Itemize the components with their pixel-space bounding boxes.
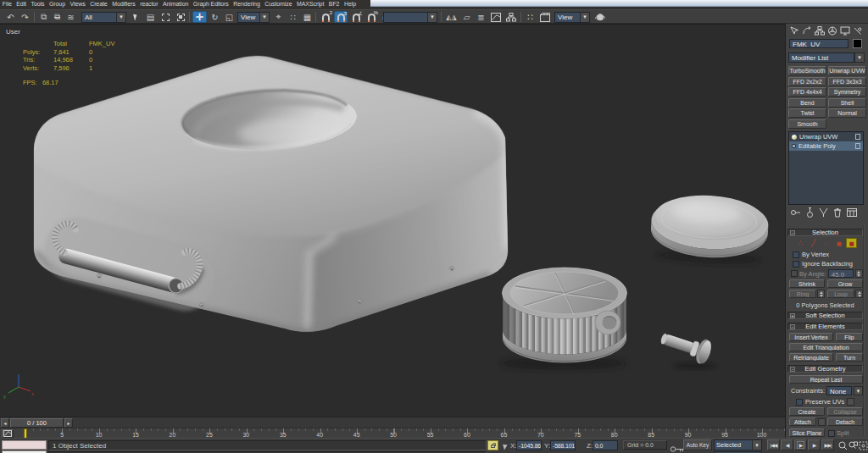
percent-snap-icon[interactable]: % bbox=[364, 11, 378, 23]
tab-utilities-icon[interactable] bbox=[852, 25, 864, 36]
select-object-icon[interactable] bbox=[130, 11, 142, 23]
modifier-list-arrow[interactable]: ▼ bbox=[854, 52, 865, 63]
edit-triangulation-button[interactable]: Edit Triangulation bbox=[789, 343, 863, 351]
flip-button[interactable]: Flip bbox=[836, 333, 863, 341]
modifier-button[interactable]: FFD 3x3x3 bbox=[828, 77, 866, 86]
border-mode-icon[interactable]: ◌ bbox=[821, 238, 832, 248]
modifier-button[interactable]: FFD 4x4x4 bbox=[788, 87, 826, 97]
rollout-edit-geometry[interactable]: -Edit Geometry bbox=[787, 365, 863, 373]
menu-item[interactable]: MAXScript bbox=[294, 0, 326, 9]
repeat-last-button[interactable]: Repeat Last bbox=[789, 375, 863, 384]
zoom-icon[interactable] bbox=[837, 440, 848, 450]
rollout-selection[interactable]: -Selection bbox=[787, 229, 863, 236]
constraints-dropdown[interactable]: None bbox=[826, 386, 852, 395]
unlink-icon[interactable]: ⧉ bbox=[51, 11, 64, 23]
collapse-button[interactable]: Collapse bbox=[827, 407, 863, 416]
rollout-edit-elements[interactable]: -Edit Elements bbox=[787, 323, 863, 330]
configure-sets-icon[interactable] bbox=[847, 207, 857, 218]
next-frame-icon[interactable]: ▶ bbox=[808, 439, 821, 450]
tab-display-icon[interactable] bbox=[839, 25, 851, 36]
select-rotate-icon[interactable]: ↻ bbox=[209, 11, 221, 23]
select-scale-icon[interactable]: ◱ bbox=[223, 11, 236, 23]
element-mode-icon[interactable]: ■ bbox=[846, 238, 857, 248]
model-pin[interactable] bbox=[658, 326, 717, 369]
remove-modifier-icon[interactable] bbox=[833, 207, 842, 218]
modifier-button[interactable]: Unwrap UVW bbox=[828, 66, 866, 75]
select-move-icon[interactable]: ✛ bbox=[192, 11, 207, 23]
detach-button[interactable]: Detach bbox=[827, 417, 863, 426]
show-end-result-icon[interactable] bbox=[806, 207, 814, 218]
angle-snap-icon[interactable]: ∠ bbox=[349, 11, 363, 23]
viewport-user[interactable]: x y User TotalFMK_UV Polys:7,6410 Tris:1… bbox=[0, 24, 785, 417]
absolute-mode-icon[interactable] bbox=[503, 443, 509, 450]
menu-item[interactable]: Group bbox=[47, 0, 68, 9]
modifier-button[interactable]: FFD 2x2x2 bbox=[788, 77, 826, 86]
menu-item[interactable]: Animation bbox=[160, 0, 191, 9]
rollout-soft-selection[interactable]: +Soft Selection bbox=[787, 312, 863, 319]
use-pivot-center-icon[interactable]: ⌖ bbox=[272, 11, 285, 23]
tab-hierarchy-icon[interactable] bbox=[814, 25, 826, 36]
next-frame-button[interactable]: ▸ bbox=[64, 418, 73, 428]
snap-3d-icon[interactable]: 3 bbox=[334, 11, 348, 23]
auto-key-button[interactable]: Auto Key bbox=[683, 439, 712, 450]
select-manipulate-icon[interactable]: ∷ bbox=[287, 11, 299, 23]
render-production-icon[interactable] bbox=[593, 11, 607, 23]
select-by-name-icon[interactable]: ▤ bbox=[144, 11, 157, 23]
undo-icon[interactable]: ↶ bbox=[4, 11, 17, 23]
model-dome-lid[interactable] bbox=[649, 192, 770, 266]
track-bar[interactable]: 0510152025303540455055606570758085909510… bbox=[0, 428, 785, 438]
by-angle-checkbox[interactable] bbox=[791, 270, 798, 277]
render-setup-icon[interactable] bbox=[538, 11, 552, 23]
mini-curve-editor-button[interactable] bbox=[2, 429, 14, 438]
selection-region-icon[interactable] bbox=[159, 11, 172, 23]
menu-item[interactable]: Views bbox=[68, 0, 88, 9]
play-icon[interactable]: ▶ bbox=[794, 439, 807, 450]
previous-frame-icon[interactable]: ◀ bbox=[781, 439, 793, 450]
shrink-button[interactable]: Shrink bbox=[789, 279, 825, 288]
grow-button[interactable]: Grow bbox=[827, 279, 863, 288]
macro-recorder-field[interactable] bbox=[2, 440, 47, 450]
turn-button[interactable]: Turn bbox=[836, 353, 863, 362]
snap-2d-icon[interactable]: 2 bbox=[319, 11, 332, 23]
modifier-button[interactable]: Normal bbox=[828, 108, 866, 118]
mirror-icon[interactable]: ◭◮ bbox=[444, 11, 459, 23]
menu-item[interactable]: BF2 bbox=[326, 0, 342, 9]
menu-item[interactable]: Graph Editors bbox=[191, 0, 231, 9]
make-unique-icon[interactable] bbox=[819, 207, 828, 218]
insert-vertex-button[interactable]: Insert Vertex bbox=[789, 333, 833, 341]
curve-editor-icon[interactable] bbox=[489, 11, 503, 23]
x-coordinate-field[interactable]: -1045.861 bbox=[516, 440, 542, 450]
menu-item[interactable]: Edit bbox=[14, 0, 28, 9]
create-button[interactable]: Create bbox=[789, 407, 825, 416]
menu-item[interactable]: Create bbox=[87, 0, 109, 9]
polygon-mode-icon[interactable]: ■ bbox=[833, 238, 844, 248]
by-angle-field[interactable]: 45.0 bbox=[828, 269, 854, 278]
layer-manager-icon[interactable]: ≣ bbox=[475, 11, 487, 23]
constraints-arrow[interactable]: ▼ bbox=[854, 386, 863, 395]
window-crossing-icon[interactable] bbox=[175, 11, 187, 23]
vertex-mode-icon[interactable]: ∴ bbox=[795, 238, 806, 248]
schematic-view-icon[interactable] bbox=[504, 11, 518, 23]
menu-item[interactable]: Modifiers bbox=[109, 0, 137, 9]
object-color-swatch[interactable] bbox=[853, 39, 862, 48]
modifier-list-dropdown[interactable]: Modifier List bbox=[788, 52, 854, 63]
modifier-button[interactable]: Shell bbox=[828, 98, 866, 108]
redo-icon[interactable]: ↷ bbox=[19, 11, 31, 23]
selection-filter-dropdown[interactable]: All▼ bbox=[81, 12, 126, 23]
selection-lock-icon[interactable] bbox=[487, 440, 498, 450]
stack-item[interactable]: Editable Poly bbox=[789, 141, 863, 151]
attach-button[interactable]: Attach bbox=[789, 417, 816, 426]
menu-item[interactable]: Customize bbox=[263, 0, 295, 9]
zoom-all-icon[interactable] bbox=[848, 440, 858, 450]
ring-spinner[interactable] bbox=[817, 290, 825, 298]
menu-item[interactable]: reactor bbox=[138, 0, 161, 9]
selection-set-dropdown[interactable]: Selected▼ bbox=[714, 439, 762, 450]
keyboard-override-icon[interactable]: ▦ bbox=[301, 11, 314, 23]
pin-stack-icon[interactable] bbox=[790, 207, 801, 218]
stack-item[interactable]: Unwrap UVW bbox=[789, 132, 863, 141]
model-knob[interactable] bbox=[500, 268, 627, 370]
named-selection-dropdown[interactable]: ▼ bbox=[383, 12, 437, 23]
split-checkbox[interactable] bbox=[828, 430, 835, 437]
slice-plane-button[interactable]: Slice Plane bbox=[789, 428, 825, 437]
select-link-icon[interactable]: ⧉ bbox=[37, 11, 50, 23]
